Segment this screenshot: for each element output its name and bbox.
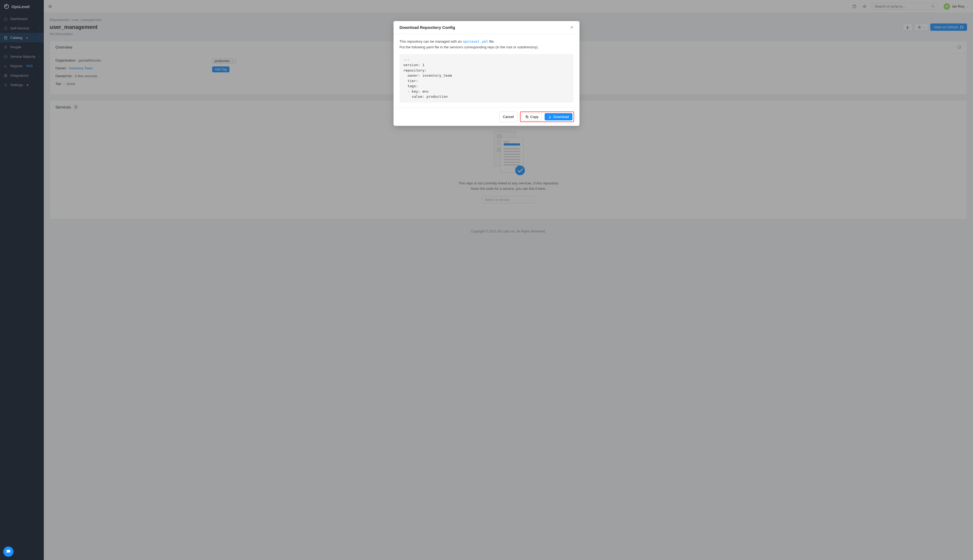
chat-icon: [6, 549, 11, 554]
opslevel-yml-link[interactable]: opslevel.yml: [463, 39, 488, 43]
modal-intro-line2: Put the following yaml file in the servi…: [400, 45, 573, 50]
close-icon[interactable]: ✕: [570, 25, 573, 30]
cancel-button[interactable]: Cancel: [499, 112, 517, 122]
copy-icon: [525, 115, 529, 118]
download-config-modal: Download Repository Config ✕ This reposi…: [393, 21, 580, 126]
modal-intro: This repository can be managed with an o…: [400, 39, 573, 45]
copy-button[interactable]: Copy: [522, 113, 542, 120]
modal-title: Download Repository Config: [400, 25, 455, 30]
download-button[interactable]: Download: [545, 113, 572, 120]
svg-rect-29: [527, 116, 528, 118]
highlighted-actions: Copy Download: [520, 112, 574, 122]
yaml-code-block[interactable]: --- version: 1 repository: owner: invent…: [400, 54, 573, 103]
download-icon: [548, 115, 552, 118]
modal-overlay[interactable]: Download Repository Config ✕ This reposi…: [0, 0, 973, 560]
chat-widget[interactable]: [3, 547, 13, 557]
